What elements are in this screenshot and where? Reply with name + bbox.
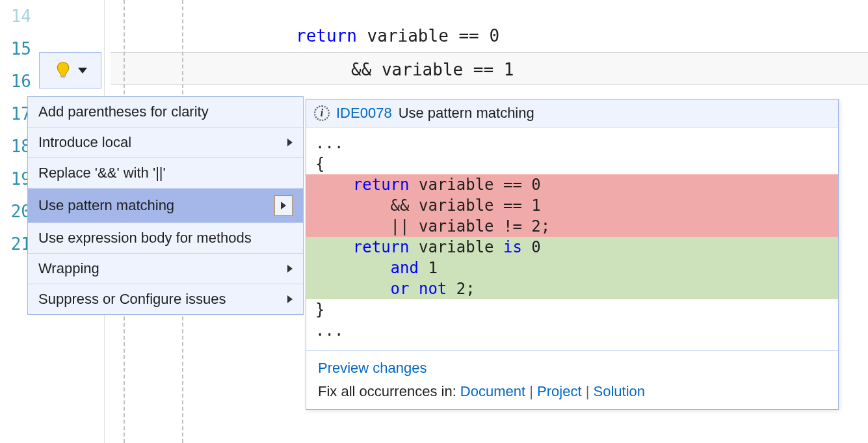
preview-footer: Preview changes Fix all occurrences in: …: [306, 350, 838, 409]
svg-rect-0: [60, 76, 66, 78]
chevron-right-icon: [287, 139, 293, 146]
line-number: 16: [0, 65, 36, 98]
preview-header: i IDE0078 Use pattern matching: [306, 100, 838, 128]
info-icon: i: [314, 105, 330, 121]
menu-item-replace-and-or[interactable]: Replace '&&' with '||': [28, 158, 303, 189]
menu-item-label: Wrapping: [38, 260, 99, 277]
line-number: 15: [0, 33, 36, 65]
menu-item-use-pattern-matching[interactable]: Use pattern matching: [28, 189, 303, 223]
chevron-right-icon: [287, 295, 293, 303]
menu-item-wrapping[interactable]: Wrapping: [28, 254, 303, 284]
separator: |: [529, 383, 537, 399]
diff-context: ...: [306, 133, 838, 154]
fix-all-label: Fix all occurrences in:: [318, 383, 460, 399]
diff-context: {: [306, 154, 838, 174]
menu-item-label: Suppress or Configure issues: [38, 291, 226, 308]
code-line: && variable == 1: [351, 53, 514, 86]
diff-added: or not 2;: [306, 278, 838, 299]
chevron-right-icon: [287, 265, 293, 273]
diff-context: ...: [306, 320, 838, 341]
diff-removed: return variable == 0: [306, 174, 838, 195]
chevron-down-icon: [78, 68, 87, 74]
lightbulb-icon: [53, 60, 73, 80]
fix-document-link[interactable]: Document: [460, 383, 525, 399]
menu-item-expression-body[interactable]: Use expression body for methods: [28, 223, 303, 254]
code-line: return variable == 0: [296, 20, 499, 52]
menu-item-add-parentheses[interactable]: Add parentheses for clarity: [28, 97, 303, 128]
chevron-right-icon: [281, 202, 286, 209]
diff-added: return variable is 0: [306, 237, 838, 258]
menu-item-label: Replace '&&' with '||': [38, 165, 166, 181]
menu-item-suppress-configure[interactable]: Suppress or Configure issues: [28, 284, 303, 314]
lightbulb-button[interactable]: [39, 52, 101, 88]
preview-changes-link[interactable]: Preview changes: [318, 360, 427, 376]
diff-removed: || variable != 2;: [306, 216, 838, 237]
diff-context: }: [306, 299, 838, 320]
line-number: 14: [0, 0, 36, 33]
preview-panel: i IDE0078 Use pattern matching ... { ret…: [306, 99, 839, 410]
diagnostic-message: Use pattern matching: [399, 105, 534, 122]
menu-item-label: Use pattern matching: [38, 197, 174, 214]
menu-item-label: Introduce local: [38, 134, 131, 151]
diff-removed-block: return variable == 0 && variable == 1 ||…: [306, 174, 838, 237]
fix-solution-link[interactable]: Solution: [594, 383, 646, 399]
submenu-indicator: [274, 195, 293, 216]
menu-item-label: Add parentheses for clarity: [38, 103, 209, 120]
quick-actions-menu: Add parentheses for clarity Introduce lo…: [27, 96, 304, 315]
diagnostic-id: IDE0078: [336, 105, 392, 122]
diff-added: and 1: [306, 258, 838, 278]
fix-project-link[interactable]: Project: [537, 383, 581, 399]
diff-added-block: return variable is 0 and 1 or not 2;: [306, 237, 838, 299]
diff-body: ... { return variable == 0 && variable =…: [306, 128, 838, 350]
menu-item-label: Use expression body for methods: [38, 230, 252, 247]
menu-item-introduce-local[interactable]: Introduce local: [28, 128, 303, 158]
diff-removed: && variable == 1: [306, 195, 838, 216]
separator: |: [586, 383, 594, 399]
